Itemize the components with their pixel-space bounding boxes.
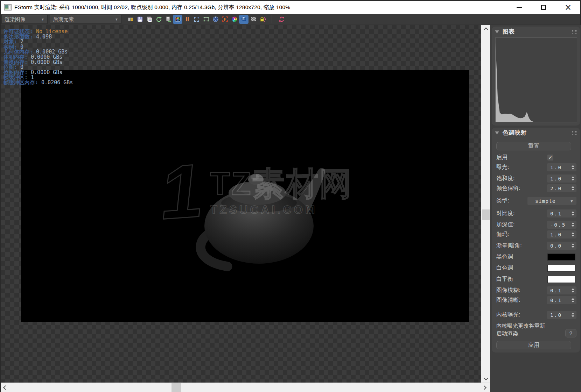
refresh-render-button[interactable] xyxy=(277,15,286,24)
black-tone-swatch[interactable] xyxy=(547,254,575,261)
burn-field[interactable]: -0.5 xyxy=(547,221,576,229)
color-correction-button[interactable] xyxy=(173,15,182,24)
black-tone-row: 黑色调 xyxy=(496,253,576,261)
render-image-dropdown[interactable]: 渲染图像 ▼ xyxy=(1,15,48,24)
white-balance-row: 白平衡 xyxy=(496,275,576,283)
clone-buffer-icon xyxy=(165,16,172,22)
white-tone-swatch[interactable] xyxy=(547,265,575,272)
scroll-right-button[interactable] xyxy=(479,383,489,392)
spinner[interactable] xyxy=(570,242,576,250)
lock-render-icon xyxy=(127,16,134,22)
chevron-up-icon xyxy=(484,27,488,32)
fstorm-window: FStorm 实时渲染: 采样 1000/1000, 时间 02/02, 噪点级… xyxy=(0,0,581,392)
kernel-note: 内核曝光更改将重新 启动渲染. ? xyxy=(496,322,576,337)
maximize-button[interactable] xyxy=(531,1,556,14)
horizontal-scroll-thumb[interactable] xyxy=(172,383,181,392)
toolbar: 渲染图像 ▼ 后期元素 ▼ F GB xyxy=(1,14,580,25)
fit-view-icon xyxy=(194,16,200,22)
title-bar: FStorm 实时渲染: 采样 1000/1000, 时间 02/02, 噪点级… xyxy=(1,1,580,14)
image-blur-row: 图像模糊: 0.1 xyxy=(496,286,576,294)
save-button[interactable] xyxy=(135,15,145,24)
vertical-scrollbar[interactable] xyxy=(481,25,490,383)
type-row: 类型: simple▼ xyxy=(496,197,576,205)
exposure-label: 曝光: xyxy=(496,164,547,171)
image-sharpen-field[interactable]: 0.1 xyxy=(547,296,576,304)
spinner[interactable] xyxy=(570,311,576,319)
lock-render-button[interactable] xyxy=(126,15,135,24)
image-sharpen-row: 图像清晰: 0.1 xyxy=(496,296,576,304)
vignette-label: 渐晕|暗角: xyxy=(496,242,547,249)
copy-image-icon xyxy=(146,16,153,22)
spinner[interactable] xyxy=(570,163,576,171)
apply-button[interactable]: 应用 xyxy=(496,341,571,349)
spinner[interactable] xyxy=(570,230,576,238)
chart-section-header[interactable]: 图表 xyxy=(492,27,580,37)
tonemap-section-header[interactable]: 色调映射 xyxy=(492,128,580,138)
redo-history-icon xyxy=(156,16,162,22)
vignette-row: 渐晕|暗角: 0.0 xyxy=(496,242,576,250)
spinner[interactable] xyxy=(570,286,576,294)
image-blur-field[interactable]: 0.1 xyxy=(547,286,576,294)
toolbar-separator xyxy=(272,15,272,23)
gamma-field[interactable]: 1.0 xyxy=(547,230,576,238)
help-button[interactable]: ? xyxy=(565,329,576,337)
gamma-label: 伽玛: xyxy=(496,231,547,238)
region-render-icon xyxy=(203,16,209,22)
color-preserve-field[interactable]: 2.0 xyxy=(547,184,576,192)
spinner[interactable] xyxy=(570,184,576,192)
app-icon xyxy=(4,4,12,10)
kernel-exposure-field[interactable]: 1.0 xyxy=(547,311,576,319)
type-dropdown[interactable]: simple▼ xyxy=(527,197,576,205)
redo-history-button[interactable] xyxy=(154,15,163,24)
render-viewport[interactable]: 1 TZ素材网 TZSUCAI.COM 许可证状态: No license多边形… xyxy=(1,25,481,383)
render-stats: 许可证状态: No license多边形面数: 4.098对象: 2实例: 0几… xyxy=(4,29,73,85)
region-render-button[interactable] xyxy=(201,15,211,24)
watermark-site: TZSUCAI.COM xyxy=(210,203,353,216)
panorama-button[interactable] xyxy=(211,15,220,24)
reset-button[interactable]: 重置 xyxy=(496,142,571,150)
close-button[interactable]: × xyxy=(556,1,580,14)
exposure-field[interactable]: 1.0 xyxy=(547,163,576,171)
zoom-gb-button[interactable]: GB xyxy=(239,15,248,24)
white-balance-swatch[interactable] xyxy=(547,276,575,283)
color-wheel-button[interactable] xyxy=(230,15,239,24)
frame-f-button[interactable]: F xyxy=(220,15,230,24)
chevron-right-icon xyxy=(482,385,486,390)
maximize-icon xyxy=(541,5,546,10)
exposure-row: 曝光: 1.0 xyxy=(496,163,576,171)
spinner[interactable] xyxy=(570,296,576,304)
render-image: 1 TZ素材网 TZSUCAI.COM xyxy=(21,70,469,322)
spinner[interactable] xyxy=(570,174,576,183)
image-blur-label: 图像模糊: xyxy=(496,287,547,294)
horizontal-scrollbar[interactable] xyxy=(1,383,490,392)
chevron-down-icon xyxy=(484,376,488,380)
vertical-scroll-thumb[interactable] xyxy=(482,209,490,220)
svg-text:GB: GB xyxy=(242,17,245,20)
contrast-field[interactable]: 0.1 xyxy=(547,209,576,218)
chart-section-title: 图表 xyxy=(503,28,572,36)
pause-button[interactable] xyxy=(182,15,192,24)
spinner[interactable] xyxy=(570,221,576,229)
post-elements-dropdown[interactable]: 后期元素 ▼ xyxy=(50,15,121,24)
vignette-field[interactable]: 0.0 xyxy=(547,242,576,250)
copy-image-button[interactable] xyxy=(145,15,154,24)
scroll-down-button[interactable] xyxy=(481,373,490,383)
burn-row: 加深值: -0.5 xyxy=(496,221,576,229)
scroll-up-button[interactable] xyxy=(481,25,490,34)
spinner[interactable] xyxy=(570,209,576,218)
chart-section: 图表 xyxy=(492,27,580,126)
scroll-left-button[interactable] xyxy=(1,383,10,392)
pause-icon xyxy=(184,16,190,22)
kernel-exposure-row: 内核曝光: 1.0 xyxy=(496,311,576,319)
fit-view-button[interactable] xyxy=(192,15,201,24)
lock-refresh-button[interactable] xyxy=(258,15,267,24)
color-correction-icon xyxy=(175,16,181,22)
alpha-checker-button[interactable] xyxy=(248,15,258,24)
enable-checkbox[interactable]: ✓ xyxy=(547,155,553,161)
minimize-button[interactable] xyxy=(507,1,531,14)
kernel-note-text: 内核曝光更改将重新 启动渲染. xyxy=(496,322,565,337)
lock-refresh-icon xyxy=(260,16,266,22)
clone-buffer-button[interactable] xyxy=(163,15,173,24)
saturation-field[interactable]: 1.0 xyxy=(547,174,576,183)
window-title: FStorm 实时渲染: 采样 1000/1000, 时间 02/02, 噪点级… xyxy=(14,4,290,11)
